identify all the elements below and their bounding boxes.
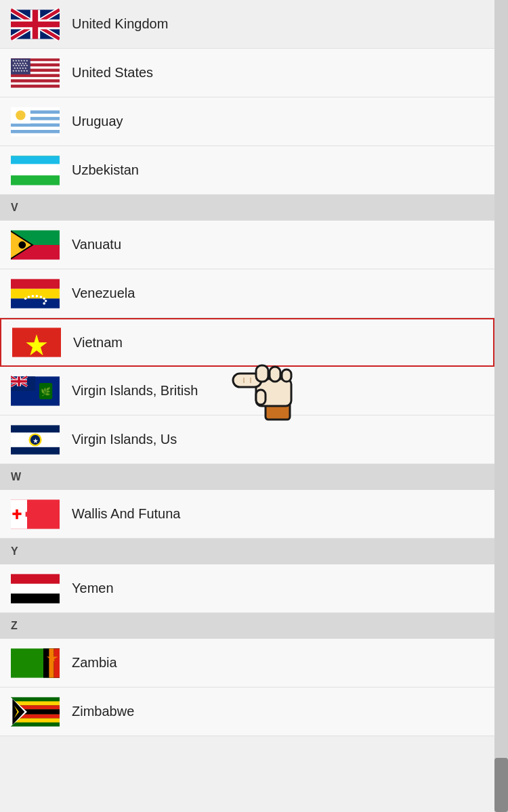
page-wrapper: United Kingdom ★★★★★★ ★★★★★ ★★★★★★ ★★★★★… [0, 0, 508, 736]
scrollbar-thumb[interactable] [494, 758, 508, 812]
country-name-label: Uzbekistan [72, 162, 139, 178]
country-name-label: United States [72, 65, 153, 81]
svg-text:☀: ☀ [18, 112, 24, 119]
flag-us: ★★★★★★ ★★★★★ ★★★★★★ ★★★★★ ★★★★★★ [11, 57, 60, 89]
svg-point-40 [43, 302, 45, 304]
section-header-v: V [0, 195, 494, 221]
svg-rect-65 [54, 648, 60, 677]
country-name-label: Wallis And Futuna [72, 506, 180, 522]
flag-zm [11, 647, 60, 679]
svg-point-36 [36, 294, 39, 297]
country-row[interactable]: ☀ Uruguay [0, 97, 494, 146]
flag-ye [11, 572, 60, 605]
section-header-z: Z [0, 613, 494, 639]
svg-point-37 [40, 296, 43, 298]
country-row[interactable]: ★ Virgin Islands, Us [0, 415, 494, 464]
svg-rect-17 [11, 130, 60, 133]
flag-vn [12, 326, 61, 359]
flag-wf [11, 498, 60, 531]
svg-point-34 [28, 296, 30, 298]
country-name-label: Vanuatu [72, 237, 121, 252]
country-name-label: Virgin Islands, Us [72, 432, 177, 447]
country-row[interactable]: Wallis And Futuna [0, 490, 494, 539]
svg-rect-56 [26, 512, 43, 516]
country-name-label: Yemen [72, 581, 114, 596]
country-name-label: Virgin Islands, British [72, 383, 198, 399]
svg-point-33 [24, 297, 27, 300]
country-row[interactable]: 🌿 Virgin Islands, British [0, 367, 494, 415]
svg-rect-61 [11, 593, 60, 603]
svg-rect-59 [11, 574, 60, 583]
svg-rect-49 [11, 447, 60, 454]
country-list: United Kingdom ★★★★★★ ★★★★★ ★★★★★★ ★★★★★… [0, 0, 494, 736]
svg-text:★: ★ [33, 436, 39, 444]
scrollbar-track[interactable] [494, 0, 508, 812]
svg-rect-48 [11, 425, 60, 432]
svg-rect-30 [11, 279, 60, 288]
svg-rect-5 [11, 76, 60, 78]
country-row[interactable]: United Kingdom [0, 0, 494, 49]
svg-point-29 [18, 241, 26, 249]
country-name-label: Uruguay [72, 114, 123, 129]
svg-point-38 [43, 297, 45, 300]
flag-ve [11, 277, 60, 310]
flag-uk [11, 8, 60, 41]
svg-rect-32 [11, 298, 60, 308]
country-row[interactable]: Vanuatu [0, 221, 494, 269]
country-name-label: Zimbabwe [72, 704, 134, 719]
country-row[interactable]: Vietnam [0, 318, 494, 367]
country-row[interactable]: Venezuela [0, 269, 494, 318]
flag-vg: 🌿 [11, 375, 60, 407]
svg-text:★★★★★★: ★★★★★★ [12, 68, 28, 72]
svg-point-35 [32, 294, 35, 297]
country-name-label: Venezuela [72, 286, 135, 301]
flag-uz [11, 154, 60, 187]
svg-rect-31 [11, 288, 60, 298]
country-row[interactable]: Yemen [0, 564, 494, 613]
flag-uy: ☀ [11, 106, 60, 138]
section-header-y: Y [0, 539, 494, 564]
svg-rect-58 [12, 512, 21, 515]
svg-rect-6 [11, 82, 60, 84]
country-row[interactable]: ★★★★★★ ★★★★★ ★★★★★★ ★★★★★ ★★★★★★ United … [0, 49, 494, 97]
flag-zw [11, 696, 60, 728]
svg-rect-16 [11, 123, 60, 127]
svg-text:🌿: 🌿 [41, 386, 51, 396]
svg-rect-60 [11, 583, 60, 593]
flag-vu [11, 229, 60, 261]
country-row[interactable]: Uzbekistan [0, 146, 494, 195]
svg-rect-64 [49, 648, 54, 677]
section-header-w: W [0, 464, 494, 490]
flag-vi: ★ [11, 424, 60, 456]
country-row[interactable]: Zimbabwe [0, 687, 494, 736]
svg-point-39 [45, 300, 47, 302]
country-name-label: Zambia [72, 655, 117, 671]
svg-rect-24 [11, 165, 60, 175]
country-name-label: United Kingdom [72, 16, 168, 32]
country-name-label: Vietnam [73, 335, 123, 351]
country-row[interactable]: Zambia [0, 639, 494, 687]
